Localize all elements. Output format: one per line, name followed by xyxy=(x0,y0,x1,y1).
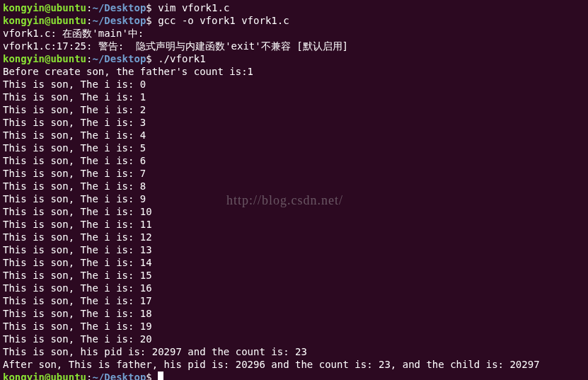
prompt-user: kongyin@ubuntu xyxy=(3,372,86,380)
prompt-sigil: $ xyxy=(146,2,158,13)
prompt-user: kongyin@ubuntu xyxy=(3,53,86,64)
program-output: This is son, The i is: 16 xyxy=(3,282,585,294)
program-output: This is son, The i is: 4 xyxy=(3,129,585,142)
prompt-line[interactable]: kongyin@ubuntu:~/Desktop$ xyxy=(3,371,585,380)
compiler-output: vfork1.c:17:25: 警告: 隐式声明与内建函数'exit'不兼容 [… xyxy=(3,40,585,52)
cursor-block xyxy=(158,372,163,380)
program-output: This is son, The i is: 18 xyxy=(3,307,585,320)
prompt-path: ~/Desktop xyxy=(92,2,146,13)
program-output: This is son, The i is: 12 xyxy=(3,231,585,243)
program-output: This is son, The i is: 2 xyxy=(3,103,585,116)
program-output: This is son, The i is: 9 xyxy=(3,192,585,205)
program-output: This is son, The i is: 13 xyxy=(3,243,585,256)
terminal-output[interactable]: kongyin@ubuntu:~/Desktop$ vim vfork1.c k… xyxy=(3,1,585,380)
program-output: This is son, The i is: 10 xyxy=(3,205,585,218)
program-output: This is son, The i is: 7 xyxy=(3,167,585,180)
program-output: This is son, The i is: 11 xyxy=(3,218,585,231)
program-output: This is son, The i is: 1 xyxy=(3,91,585,103)
program-output: This is son, The i is: 14 xyxy=(3,256,585,269)
program-output: This is son, The i is: 20 xyxy=(3,333,585,345)
prompt-path: ~/Desktop xyxy=(92,372,146,380)
prompt-user: kongyin@ubuntu xyxy=(3,2,86,13)
compiler-output: vfork1.c: 在函数'main'中: xyxy=(3,27,585,40)
prompt-path: ~/Desktop xyxy=(92,53,146,64)
prompt-line: kongyin@ubuntu:~/Desktop$ gcc -o vfork1 … xyxy=(3,14,585,27)
program-output: This is son, The i is: 0 xyxy=(3,78,585,91)
prompt-line: kongyin@ubuntu:~/Desktop$ ./vfork1 xyxy=(3,52,585,65)
program-output: Before create son, the father's count is… xyxy=(3,65,585,78)
prompt-sigil: $ xyxy=(146,53,158,64)
program-output: This is son, The i is: 6 xyxy=(3,154,585,167)
program-output: This is son, The i is: 15 xyxy=(3,269,585,282)
program-output: This is son, The i is: 3 xyxy=(3,116,585,129)
command-text: vim vfork1.c xyxy=(158,2,229,13)
prompt-sigil: $ xyxy=(146,372,158,380)
prompt-line: kongyin@ubuntu:~/Desktop$ vim vfork1.c xyxy=(3,1,585,14)
program-output: This is son, The i is: 5 xyxy=(3,142,585,154)
prompt-path: ~/Desktop xyxy=(92,15,146,26)
command-text: gcc -o vfork1 vfork1.c xyxy=(158,15,289,26)
program-output: After son, This is father, his pid is: 2… xyxy=(3,358,585,371)
program-output: This is son, his pid is: 20297 and the c… xyxy=(3,345,585,358)
program-output: This is son, The i is: 19 xyxy=(3,320,585,333)
prompt-user: kongyin@ubuntu xyxy=(3,15,86,26)
command-text: ./vfork1 xyxy=(158,53,205,64)
prompt-sigil: $ xyxy=(146,15,158,26)
program-output: This is son, The i is: 17 xyxy=(3,294,585,307)
program-output: This is son, The i is: 8 xyxy=(3,180,585,192)
